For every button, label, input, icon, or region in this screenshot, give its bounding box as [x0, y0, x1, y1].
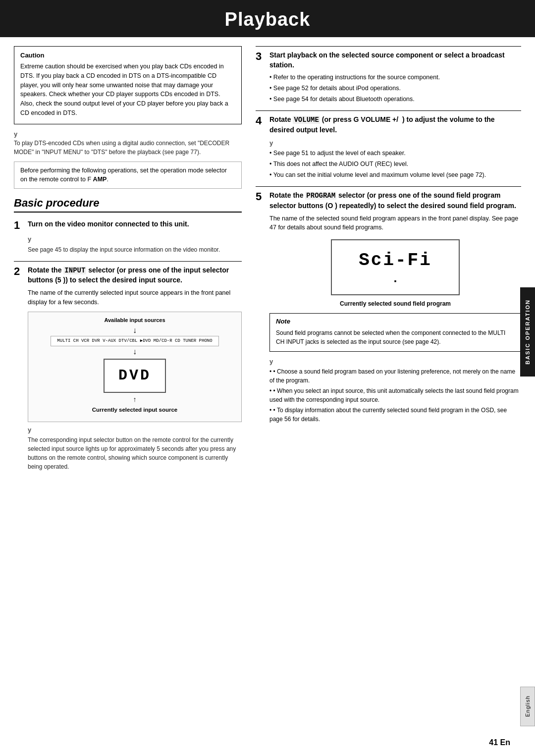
note-title: Note: [276, 317, 515, 326]
step-4-body: y See page 51 to adjust the level of eac…: [269, 138, 521, 180]
step-2-tip-symbol: y: [28, 425, 242, 435]
page-number: 41 En: [489, 738, 510, 747]
step-4-tip-symbol: y: [269, 138, 521, 148]
step-4-title: Rotate VOLUME (or press G VOLUME +/ ) to…: [269, 115, 521, 135]
step-3-bullet-2: See page 52 for details about iPod opera…: [269, 84, 521, 93]
input-sources-row: MULTI CH VCR DVR V-AUX DTV/CBL ▶DVD MD/C…: [51, 336, 219, 347]
sidebar-tab-label: BASIC OPERATION: [525, 299, 531, 365]
diagram-arrow-down2: ↓: [35, 348, 234, 356]
step-3-bullets: Refer to the operating instructions for …: [269, 73, 521, 104]
step-1-title: Turn on the video monitor connected to t…: [28, 219, 189, 229]
operation-mode-text: Before performing the following operatio…: [20, 167, 227, 183]
main-layout: Caution Extreme caution should be exerci…: [0, 46, 535, 478]
scifi-display-text: Sci-Fi: [342, 247, 449, 274]
tip-text-1: To play DTS-encoded CDs when using a dig…: [14, 139, 242, 157]
language-tab-label: English: [525, 696, 531, 717]
step-5-tip-3: • To display information about the curre…: [269, 406, 521, 424]
note-box: Note Sound field programs cannot be sele…: [269, 313, 521, 352]
step-1-tip-text: See page 45 to display the input source …: [28, 245, 242, 254]
tip-section-1: y To play DTS-encoded CDs when using a d…: [14, 130, 242, 157]
step-2-number: 2: [14, 266, 24, 277]
step-4: 4 Rotate VOLUME (or press G VOLUME +/ ) …: [256, 115, 521, 179]
operation-mode-box: Before performing the following operatio…: [14, 162, 242, 189]
step-4-header: 4 Rotate VOLUME (or press G VOLUME +/ ) …: [256, 115, 521, 135]
step-5: 5 Rotate the PROGRAM selector (or press …: [256, 191, 521, 424]
scifi-display-container: Sci-Fi ▪ Currently selected sound field …: [269, 239, 521, 308]
step-2-title-prefix: Rotate the: [28, 266, 61, 274]
right-column: 3 Start playback on the selected source …: [256, 46, 521, 478]
step-4-number: 4: [256, 115, 266, 127]
step-5-prefix: Rotate the: [269, 191, 303, 199]
step-2-header: 2 Rotate the INPUT selector (or press on…: [14, 266, 242, 285]
divider-step-4: [256, 110, 521, 111]
step-5-body-text: The name of the selected sound field pro…: [269, 214, 521, 233]
step-5-tip-symbol: y: [269, 357, 521, 367]
page-title-bar: Playback: [0, 0, 535, 37]
page-title: Playback: [0, 9, 535, 30]
step-3-number: 3: [256, 51, 266, 62]
caution-title: Caution: [20, 52, 235, 59]
step-1-header: 1 Turn on the video monitor connected to…: [14, 219, 242, 231]
step-3-title: Start playback on the selected source co…: [269, 51, 521, 70]
step-5-tips: • Choose a sound field program based on …: [269, 367, 521, 424]
step-4-prefix: Rotate: [269, 115, 291, 123]
step-4-tip-3: You can set the initial volume level and…: [269, 170, 521, 180]
lcd-display: DVD: [104, 359, 166, 393]
step-4-tips: See page 51 to adjust the level of each …: [269, 149, 521, 179]
english-tab: English: [520, 687, 535, 726]
step-1-body: y See page 45 to display the input sourc…: [28, 234, 242, 254]
scifi-caption: Currently selected sound field program: [269, 299, 521, 308]
section-heading: Basic procedure: [14, 197, 242, 213]
step-5-header: 5 Rotate the PROGRAM selector (or press …: [256, 191, 521, 211]
diagram-arrow-up: ↑: [35, 396, 234, 403]
scifi-display-box: Sci-Fi ▪: [331, 239, 460, 295]
caution-box: Caution Extreme caution should be exerci…: [14, 46, 242, 124]
step-5-tip-2: • When you select an input source, this …: [269, 386, 521, 404]
tip-symbol-1: y: [14, 130, 242, 138]
diagram-caption: Currently selected input source: [35, 406, 234, 414]
step-5-number: 5: [256, 191, 266, 203]
left-column: Caution Extreme caution should be exerci…: [14, 46, 242, 478]
step-1-number: 1: [14, 219, 24, 231]
step-4-tip-2: This does not affect the AUDIO OUT (REC)…: [269, 160, 521, 169]
divider-step-5: [256, 186, 521, 187]
divider-step-2: [14, 261, 242, 262]
step-5-title: Rotate the PROGRAM selector (or press on…: [269, 191, 521, 211]
step-2-tip-text: The corresponding input selector button …: [28, 435, 242, 471]
step-5-body: The name of the selected sound field pro…: [269, 214, 521, 424]
step-3-bullet-3: See page 54 for details about Bluetooth …: [269, 95, 521, 104]
divider-step-3: [256, 46, 521, 47]
diagram-label: Available input sources: [35, 316, 234, 324]
step-2-body: The name of the currently selected input…: [28, 288, 242, 471]
step-5-tip-1: • Choose a sound field program based on …: [269, 367, 521, 385]
step-1: 1 Turn on the video monitor connected to…: [14, 219, 242, 254]
step-2-title-mono: INPUT: [63, 267, 86, 274]
display-diagram: Available input sources ↓ MULTI CH VCR D…: [28, 312, 242, 422]
step-3-header: 3 Start playback on the selected source …: [256, 51, 521, 70]
scifi-dot: ▪: [342, 276, 449, 286]
step-3-bullet-1: Refer to the operating instructions for …: [269, 73, 521, 82]
caution-body: Extreme caution should be exercised when…: [20, 62, 235, 118]
step-3-body: Refer to the operating instructions for …: [269, 73, 521, 104]
step-5-mono: PROGRAM: [305, 192, 336, 200]
step-2: 2 Rotate the INPUT selector (or press on…: [14, 266, 242, 471]
diagram-arrow-down: ↓: [35, 326, 234, 334]
page-footer: 41 En: [489, 738, 510, 747]
step-2-body-text: The name of the currently selected input…: [28, 288, 242, 307]
step-3: 3 Start playback on the selected source …: [256, 51, 521, 104]
step-4-tip-1: See page 51 to adjust the level of each …: [269, 149, 521, 158]
note-body: Sound field programs cannot be selected …: [276, 328, 515, 346]
step-4-mono: VOLUME: [293, 116, 320, 124]
step-1-tip-symbol: y: [28, 234, 242, 244]
step-2-title: Rotate the INPUT selector (or press one …: [28, 266, 242, 285]
basic-operation-tab: BASIC OPERATION: [520, 287, 535, 377]
